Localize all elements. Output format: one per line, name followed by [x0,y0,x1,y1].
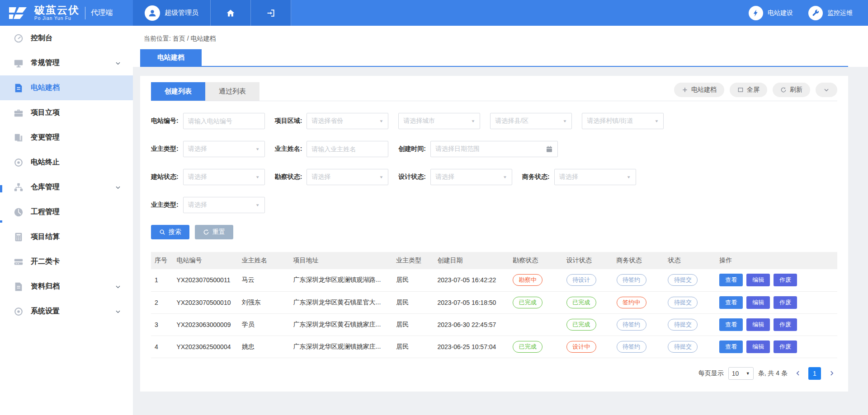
owner-name-input[interactable] [307,141,388,157]
sidebar-item-3[interactable]: 电站建档 [0,75,133,100]
cell-created: 2023-07-05 16:18:50 [434,291,509,313]
design-status-select[interactable]: 请选择▼ [430,169,512,185]
status-badge: 待签约 [617,319,646,331]
province-select[interactable]: 请选择省份▼ [307,113,388,129]
edit-button[interactable]: 编辑 [746,296,770,309]
gauge-icon [14,207,24,217]
sidebar-item-label: 项目结算 [31,232,121,242]
brand-title: 破茧云伏 [34,5,80,15]
cell-actions: 查看编辑作废 [716,336,837,358]
reset-button[interactable]: 重置 [195,225,233,239]
next-page-button[interactable] [826,368,837,379]
sidebar-scroll-mark [0,185,2,192]
app-root: 破茧云伏 Po Jian Yun Fu 代理端 超级管理员 电站建设 [0,0,868,415]
cell-design-status: 设计中 [563,336,613,358]
filter-form: 电站编号:项目区域:请选择省份▼请选择城市▼请选择县/区▼请选择村镇/街道▼业主… [151,101,837,213]
status-badge: 已完成 [513,341,542,353]
tab-passed-list[interactable]: 通过列表 [205,82,259,101]
sidebar-item-10[interactable]: 开二类卡 [0,249,133,274]
status-badge: 设计中 [566,341,596,353]
filter-label: 创建时间: [398,145,426,153]
column-header: 项目地址 [290,252,393,269]
sidebar: 控制台常规管理电站建档项目立项变更管理电站终止仓库管理工程管理项目结算开二类卡资… [0,26,133,415]
refresh-button[interactable]: 刷新 [773,83,810,97]
sidebar-item-2[interactable]: 常规管理 [0,51,133,75]
view-button[interactable]: 查看 [719,318,743,331]
build-status-select[interactable]: 请选择▼ [183,169,265,185]
void-button[interactable]: 作废 [774,318,797,331]
collapse-button[interactable] [816,83,837,97]
survey-status-select[interactable]: 请选择▼ [307,169,388,185]
home-button[interactable] [211,0,251,26]
chevron-down-icon [115,308,121,315]
search-button[interactable]: 搜索 [151,225,189,239]
column-header: 序号 [151,252,173,269]
prev-page-button[interactable] [792,368,804,379]
sidebar-item-6[interactable]: 电站终止 [0,150,133,175]
sidebar-item-label: 工程管理 [31,207,121,217]
card-icon [14,257,24,267]
owner-type-select[interactable]: 请选择▼ [183,141,265,157]
breadcrumb-home-link[interactable]: 首页 [173,35,185,42]
filter-owner-name: 业主姓名: [275,141,389,157]
user-menu[interactable]: 超级管理员 [133,0,211,26]
caret-down-icon: ▼ [562,119,567,123]
cell-created: 2023-06-30 22:45:57 [434,313,509,336]
owner-type-2-select[interactable]: 请选择▼ [183,197,265,213]
sidebar-item-5[interactable]: 变更管理 [0,125,133,150]
per-page-select[interactable]: 10 ▼ [728,367,754,380]
user-name: 超级管理员 [165,9,198,17]
page-number-button[interactable]: 1 [808,367,821,380]
edit-button[interactable]: 编辑 [746,274,770,286]
quick-link-monitor-ops[interactable]: 监控运维 [808,0,853,26]
village-select[interactable]: 请选择村镇/街道▼ [582,113,664,129]
edit-button[interactable]: 编辑 [746,318,770,331]
void-button[interactable]: 作废 [774,274,797,286]
tab-create-list[interactable]: 创建列表 [151,82,205,101]
column-header: 操作 [716,252,837,269]
view-button[interactable]: 查看 [719,340,743,353]
chevron-down-icon [115,184,121,191]
sidebar-item-label: 控制台 [31,33,121,43]
cell-business-status: 待签约 [613,269,665,291]
page-tab-station-filing[interactable]: 电站建档 [140,49,202,66]
record-icon [14,158,24,168]
main-content: 当前位置: 首页 / 电站建档 电站建档 创建列表 通过列表 电站建档全屏刷新 … [133,26,868,415]
brand-text: 破茧云伏 Po Jian Yun Fu [34,5,80,21]
chevron-left-icon [795,370,801,376]
void-button[interactable]: 作废 [774,296,797,309]
filter-create-time: 创建时间:请选择日期范围 [398,141,558,157]
sidebar-item-8[interactable]: 工程管理 [0,200,133,224]
sidebar-item-4[interactable]: 项目立项 [0,100,133,125]
city-select[interactable]: 请选择城市▼ [398,113,480,129]
status-badge: 已完成 [566,319,596,331]
edit-button[interactable]: 编辑 [746,340,770,353]
column-header: 业主姓名 [238,252,290,269]
logout-button[interactable] [251,0,291,26]
county-select[interactable]: 请选择县/区▼ [490,113,572,129]
sidebar-item-11[interactable]: 资料归档 [0,274,133,299]
create-station-button[interactable]: 电站建档 [674,83,724,97]
fullscreen-button[interactable]: 全屏 [730,83,767,97]
create-time-picker[interactable]: 请选择日期范围 [430,141,558,157]
cell-status: 待提交 [664,269,716,291]
chevron-down-icon [115,284,121,290]
station-code-input[interactable] [183,113,265,129]
cell-owner: 马云 [238,269,290,291]
refresh-icon [780,87,787,93]
sidebar-item-12[interactable]: 系统设置 [0,299,133,324]
copy-icon [14,133,24,143]
sidebar-item-1[interactable]: 控制台 [0,26,133,51]
status-badge: 待提交 [668,319,698,331]
business-status-select[interactable]: 请选择▼ [554,169,636,185]
filter-label: 设计状态: [398,173,426,181]
sidebar-item-7[interactable]: 仓库管理 [0,175,133,200]
table-row: 1YX2023070500011马云广东深圳龙华区观澜镇观湖路...居民2023… [151,269,837,291]
sidebar-item-9[interactable]: 项目结算 [0,224,133,249]
view-button[interactable]: 查看 [719,296,743,309]
caret-down-icon: ▼ [379,119,383,123]
view-button[interactable]: 查看 [719,274,743,286]
void-button[interactable]: 作废 [774,340,797,353]
column-header: 电站编号 [173,252,238,269]
quick-link-station-build[interactable]: 电站建设 [749,0,793,26]
